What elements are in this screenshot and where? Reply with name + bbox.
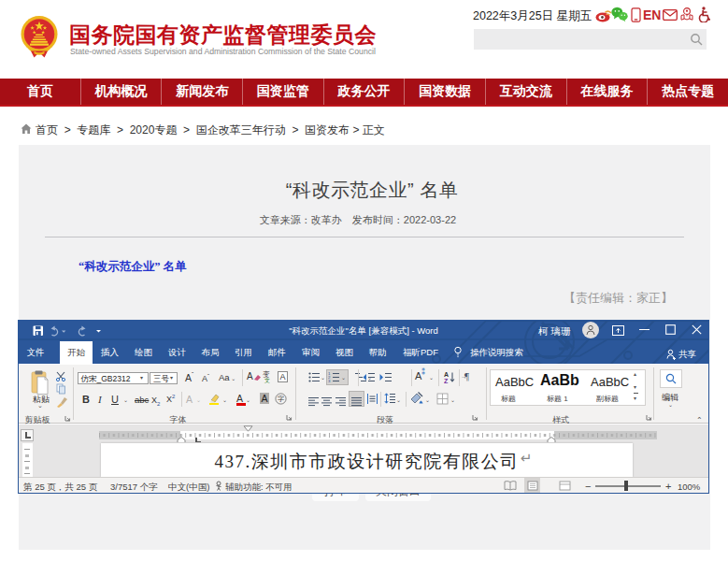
svg-text:Z: Z (444, 378, 449, 383)
svg-text:3: 3 (328, 379, 331, 382)
svg-text:A: A (444, 371, 449, 378)
svg-text:字: 字 (278, 396, 284, 402)
